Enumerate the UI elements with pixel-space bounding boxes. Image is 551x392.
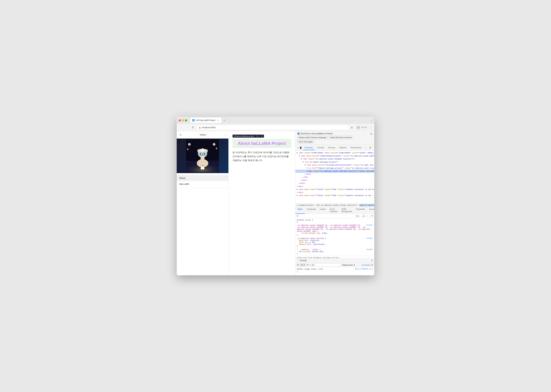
levels-chevron-icon: ▼ (353, 264, 355, 266)
app-more-options-button[interactable]: ⋮ (224, 133, 226, 136)
svg-point-2 (188, 143, 191, 146)
dom-line[interactable]: ▶ <div class="stMarkdown" data-testid="s… (295, 151, 374, 154)
default-levels-button[interactable]: Default levels ▼ (341, 264, 356, 266)
back-button[interactable]: ‹ (179, 125, 183, 130)
new-tab-button[interactable]: + (222, 118, 227, 123)
dom-line[interactable]: </div> (295, 179, 374, 182)
dom-line[interactable]: ▼ <h2 id="about-ballama-project"> (295, 161, 374, 164)
styles-tab-accessibility[interactable]: Accessibility (367, 207, 374, 214)
svg-point-3 (213, 143, 215, 146)
dom-line[interactable]: </div> (295, 191, 374, 194)
tab-elements[interactable]: Elements (303, 146, 315, 150)
minimize-window-button[interactable] (182, 119, 184, 121)
styles-toolbar: ⊞ :hov .cls + ⬚ ⊟ (295, 214, 374, 218)
dom-line[interactable]: </h2> (295, 176, 374, 179)
maximize-window-button[interactable] (185, 119, 187, 121)
devtools-more-button[interactable]: ⋮ (372, 146, 374, 150)
close-window-button[interactable] (179, 119, 181, 121)
tab-sources[interactable]: Sources (326, 146, 337, 150)
dont-show-again-button[interactable]: Don't show again (297, 140, 314, 143)
address-bar[interactable]: 🔒 localhost:8501 (196, 125, 349, 130)
dom-line[interactable]: ▼ <div data-testid="StyledLinkIconContai… (295, 164, 374, 167)
console-prompt[interactable]: > (297, 271, 373, 273)
console-log-text: Gather usage stats: true (297, 268, 323, 270)
match-language-button[interactable]: Always match Chrome's language (297, 136, 328, 139)
app-close-button[interactable]: ✕ (179, 133, 182, 136)
style-source-link-3[interactable]: <style> (366, 249, 373, 251)
sidebar-divider (177, 188, 229, 189)
devtools-settings-button[interactable]: ⚙ (368, 146, 372, 150)
styles-panel: Styles Computed Layout Event Listeners D… (295, 207, 374, 258)
cls-button[interactable]: .cls (361, 215, 366, 217)
translate-button[interactable]: ⊞ (351, 126, 354, 129)
user-account-button[interactable]: 게스트 (355, 125, 369, 130)
app-hero-image (177, 139, 229, 173)
switch-korean-button[interactable]: Switch DevTools to Korean (329, 136, 353, 139)
styles-tab-properties[interactable]: Properties (354, 207, 367, 214)
console-filter-input[interactable] (315, 264, 340, 266)
notification-buttons: Always match Chrome's language Switch De… (297, 136, 369, 143)
chevron-down-icon: ▼ (303, 264, 305, 266)
tooltip-selector: h2#about-ballama-project (234, 135, 254, 137)
styles-filter-input[interactable] (299, 215, 354, 217)
dom-line[interactable]: </div> (295, 185, 374, 188)
deploy-button[interactable]: Deploy (198, 133, 208, 137)
dom-line[interactable]: ▼ <div data-testid="stMarkdownContainer"… (295, 154, 374, 158)
active-tab[interactable]: 🦙 UoS baLLaMA Project ✕ (190, 118, 221, 123)
style-selector: element.style { (297, 219, 313, 221)
style-source-link[interactable]: <style> (366, 224, 373, 226)
clear-console-button[interactable]: 🚫 (297, 264, 299, 266)
sidebar-item-ballama[interactable]: baLLaMA (177, 181, 229, 187)
dom-line[interactable]: ▼ <a href="#about-ballama-project" class… (295, 167, 374, 170)
reload-button[interactable]: ↻ (191, 125, 195, 130)
filter-icon: ⊞ (297, 215, 298, 217)
dom-line-highlighted[interactable]: <span class="st-emotion-cache-10trblm e1… (295, 170, 374, 173)
lock-icon: 🔒 (199, 126, 201, 129)
browser-more-button[interactable]: ⋮ (370, 126, 372, 129)
dom-line[interactable]: ▶ <div data-stale="false" width="568" cl… (295, 194, 374, 197)
styles-tab-event-listeners[interactable]: Event Listeners (328, 207, 340, 214)
console-drawer-drag-icon[interactable]: ⋮ (297, 259, 299, 262)
forward-button[interactable]: › (185, 125, 189, 130)
dom-line[interactable]: ▶ <div data-stale="false" width="568" cl… (295, 188, 374, 191)
tab-console[interactable]: Console (315, 146, 326, 150)
breadcrumb-item-1[interactable]: allama-project (298, 204, 314, 206)
sidebar-item-about[interactable]: About (177, 175, 229, 181)
console-settings-button[interactable]: ⚙ (371, 264, 373, 266)
styles-tab-layout[interactable]: Layout (318, 207, 328, 214)
info-icon: i (297, 133, 300, 135)
style-source-link-2[interactable]: <style> (366, 238, 373, 239)
context-selector[interactable]: top ▼ (300, 264, 306, 266)
breadcrumb-item-2[interactable]: div.st-emotion-cache-zt5igj.e1nzilvr4 (316, 204, 357, 206)
breadcrumb-item-3[interactable]: span.st-emotion-cache-10trblm.e1nzilvr1 (359, 204, 374, 206)
inspect-element-button[interactable]: ⬚ (297, 146, 299, 150)
dom-tree[interactable]: ▶ <div class="stMarkdown" data-testid="s… (295, 151, 374, 203)
svg-text:⊞: ⊞ (351, 126, 353, 129)
style-rule-cache-1629: <style> .st-emotion-cache-1629p8f h1, .s… (297, 224, 373, 236)
style-selector: .st-emotion-cache-1629p8f h1, .st-emotio… (297, 224, 371, 232)
notification-close-button[interactable]: ✕ (370, 133, 372, 136)
console-log-source[interactable]: main.cc5b8325.js:2 (355, 268, 373, 270)
show-network-button[interactable]: 👁 (307, 264, 309, 266)
add-style-rule-button[interactable]: + (367, 215, 368, 217)
device-toolbar-button[interactable]: 📱 (299, 146, 302, 150)
tab-close-button[interactable]: ✕ (217, 119, 219, 122)
console-drawer-close-button[interactable]: ✕ (371, 259, 373, 262)
dom-line[interactable]: </div> (295, 182, 374, 185)
inspect-computed-button[interactable]: ⬚ (369, 215, 371, 217)
toggle-sidebar-button[interactable]: ⊟ (372, 215, 373, 217)
styles-tab-computed[interactable]: Computed (305, 207, 318, 214)
dom-line[interactable]: ▼ <div class="st-emotion-cache-1629p8f e… (295, 157, 374, 161)
inherited-from-label: Inherited from h2#about-ballama-project (297, 256, 373, 258)
page-content-area: h2#about-ballama-project 568 × 68 About … (229, 131, 295, 275)
dom-line[interactable]: </div> (295, 173, 374, 176)
about-description: 본 프로젝트는 축구 도메인에 데이터를 기반으로 대형화 인터페이스를 제공하… (233, 151, 291, 162)
tab-performance[interactable]: Performance (348, 146, 364, 150)
window-chevron-icon[interactable]: ⌄ (370, 119, 372, 122)
styles-tab-styles[interactable]: Styles (295, 207, 305, 214)
styles-tab-dom-breakpoints[interactable]: DOM Breakpoints (340, 207, 354, 214)
console-toolbar: 🚫 top ▼ 👁 ⊟ ⊞ Default levels ▼ No Issues… (295, 263, 374, 267)
tab-network[interactable]: Network (337, 146, 348, 150)
more-devtools-tabs-button[interactable]: » (364, 146, 368, 150)
hov-button[interactable]: :hov (355, 215, 360, 217)
